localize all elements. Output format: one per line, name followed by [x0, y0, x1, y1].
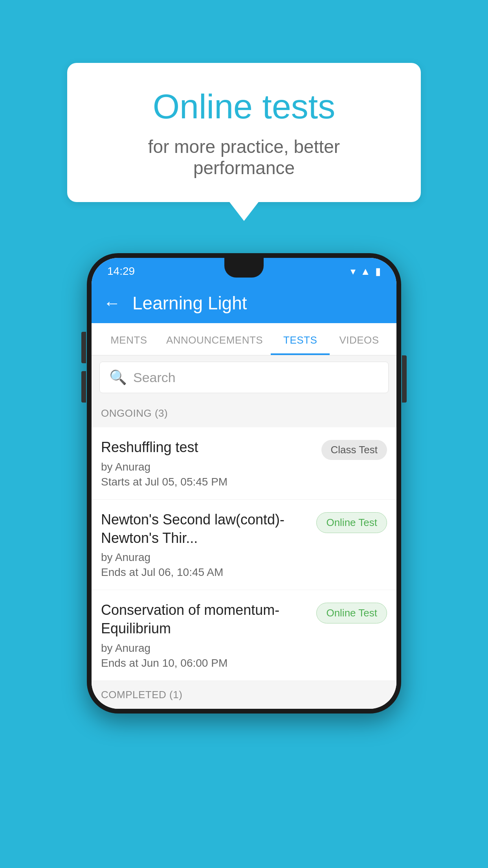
item-author: by Anurag — [101, 461, 314, 473]
power-button[interactable] — [402, 355, 407, 403]
item-content: Reshuffling test by Anurag Starts at Jul… — [101, 438, 314, 488]
item-author: by Anurag — [101, 642, 308, 655]
item-date: Ends at Jun 10, 06:00 PM — [101, 657, 308, 669]
ongoing-section-header: ONGOING (3) — [92, 399, 396, 427]
phone-notch — [224, 258, 264, 278]
item-content: Conservation of momentum-Equilibrium by … — [101, 601, 308, 669]
back-button[interactable]: ← — [103, 293, 121, 313]
search-icon: 🔍 — [109, 369, 127, 386]
phone-screen: 14:29 ▾ ▲ ▮ ← Learning Light MENTS ANNOU… — [92, 258, 396, 709]
bubble-title: Online tests — [99, 86, 389, 127]
item-date: Ends at Jul 06, 10:45 AM — [101, 566, 308, 579]
item-title: Newton's Second law(contd)-Newton's Thir… — [101, 511, 308, 548]
phone-shell: 14:29 ▾ ▲ ▮ ← Learning Light MENTS ANNOU… — [87, 253, 401, 714]
item-content: Newton's Second law(contd)-Newton's Thir… — [101, 511, 308, 579]
status-time: 14:29 — [107, 265, 135, 278]
tab-announcements[interactable]: ANNOUNCEMENTS — [158, 323, 271, 355]
tab-assignments[interactable]: MENTS — [99, 323, 158, 355]
tab-bar: MENTS ANNOUNCEMENTS TESTS VIDEOS — [92, 323, 396, 355]
badge-online-test: Online Test — [316, 512, 387, 533]
list-item[interactable]: Conservation of momentum-Equilibrium by … — [92, 590, 396, 681]
app-bar: ← Learning Light — [92, 283, 396, 323]
tab-tests[interactable]: TESTS — [271, 323, 330, 355]
battery-icon: ▮ — [375, 265, 381, 278]
volume-down-button[interactable] — [81, 371, 86, 403]
item-author: by Anurag — [101, 551, 308, 564]
bubble-subtitle: for more practice, better performance — [99, 136, 389, 178]
status-icons: ▾ ▲ ▮ — [350, 265, 381, 278]
badge-online-test: Online Test — [316, 603, 387, 623]
search-box[interactable]: 🔍 Search — [99, 362, 389, 393]
signal-icon: ▲ — [360, 265, 371, 278]
app-bar-title: Learning Light — [132, 292, 247, 314]
search-container: 🔍 Search — [92, 355, 396, 399]
list-item[interactable]: Newton's Second law(contd)-Newton's Thir… — [92, 500, 396, 590]
completed-section-header: COMPLETED (1) — [92, 681, 396, 709]
phone-wrapper: 14:29 ▾ ▲ ▮ ← Learning Light MENTS ANNOU… — [87, 253, 401, 714]
badge-class-test: Class Test — [321, 440, 387, 460]
wifi-icon: ▾ — [350, 265, 356, 278]
search-input[interactable]: Search — [133, 370, 176, 385]
volume-up-button[interactable] — [81, 332, 86, 363]
list-item[interactable]: Reshuffling test by Anurag Starts at Jul… — [92, 427, 396, 500]
speech-bubble: Online tests for more practice, better p… — [67, 63, 421, 202]
item-date: Starts at Jul 05, 05:45 PM — [101, 476, 314, 488]
item-title: Conservation of momentum-Equilibrium — [101, 601, 308, 638]
tab-videos[interactable]: VIDEOS — [330, 323, 389, 355]
item-title: Reshuffling test — [101, 438, 314, 457]
